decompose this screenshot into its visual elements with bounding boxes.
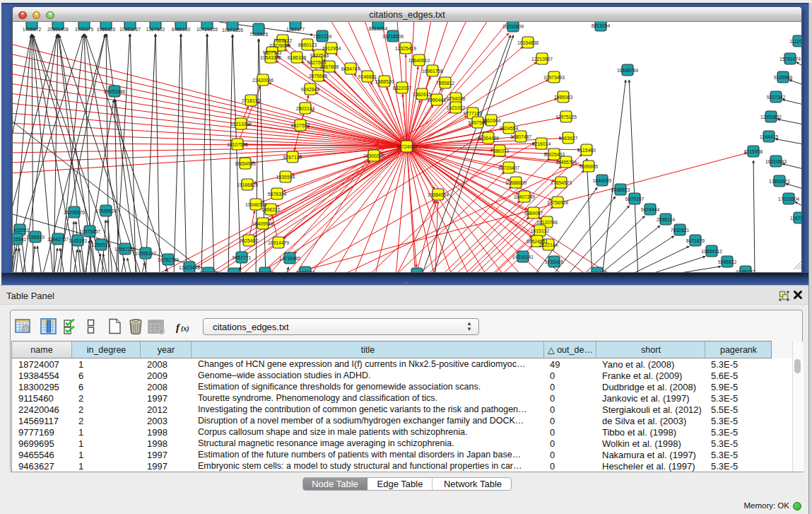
svg-text:1621022: 1621022: [447, 105, 466, 110]
svg-text:8660123: 8660123: [298, 42, 317, 47]
svg-text:20691406: 20691406: [47, 27, 69, 32]
svg-text:9384067: 9384067: [524, 211, 543, 216]
svg-text:16961758: 16961758: [422, 69, 443, 74]
svg-text:6466160: 6466160: [172, 27, 191, 32]
svg-text:10756928: 10756928: [547, 200, 568, 205]
svg-text:7625402: 7625402: [240, 238, 259, 243]
svg-text:12942757: 12942757: [47, 237, 69, 242]
svg-text:9227342: 9227342: [767, 95, 786, 100]
svg-text:16154838: 16154838: [517, 40, 539, 45]
svg-text:2522144: 2522144: [539, 243, 558, 247]
svg-text:7955812: 7955812: [436, 81, 455, 86]
svg-text:26206576: 26206576: [64, 210, 85, 215]
svg-text:29053346: 29053346: [104, 89, 125, 94]
svg-text:1112051: 1112051: [789, 39, 801, 44]
svg-text:16648784: 16648784: [617, 68, 638, 73]
svg-text:2803144: 2803144: [296, 106, 315, 111]
svg-text:13716485: 13716485: [279, 256, 300, 261]
svg-text:16782759: 16782759: [158, 257, 179, 262]
svg-text:21364436: 21364436: [478, 136, 499, 141]
svg-text:1335594: 1335594: [276, 175, 295, 180]
svg-text:17016504: 17016504: [778, 197, 799, 201]
svg-text:15720407: 15720407: [498, 165, 519, 170]
svg-text:8186328: 8186328: [288, 55, 307, 60]
svg-text:8813054: 8813054: [369, 26, 388, 31]
svg-text:19218506: 19218506: [382, 34, 404, 39]
svg-text:8990448: 8990448: [428, 98, 447, 103]
svg-text:1327602: 1327602: [146, 27, 165, 32]
svg-text:16120746: 16120746: [536, 220, 558, 225]
svg-text:23226058: 23226058: [269, 43, 290, 48]
svg-text:8215958: 8215958: [744, 149, 763, 154]
svg-text:10543362: 10543362: [260, 55, 281, 60]
svg-text:9245032: 9245032: [736, 269, 755, 273]
svg-text:1250515: 1250515: [92, 243, 111, 247]
svg-text:16409948: 16409948: [252, 221, 273, 226]
svg-text:18407249: 18407249: [514, 194, 535, 199]
svg-text:9777169: 9777169: [464, 111, 483, 116]
svg-text:18300295: 18300295: [363, 153, 384, 158]
svg-text:12325419: 12325419: [395, 46, 416, 51]
svg-text:14316141: 14316141: [512, 255, 534, 259]
svg-text:18724007: 18724007: [396, 144, 417, 149]
svg-text:10025433: 10025433: [543, 152, 565, 157]
svg-text:8427552: 8427552: [291, 123, 310, 128]
svg-text:7386372: 7386372: [490, 148, 510, 153]
svg-text:12423448: 12423448: [179, 265, 200, 270]
svg-text:9699695: 9699695: [579, 164, 599, 169]
svg-text:1244415: 1244415: [760, 134, 779, 139]
svg-text:3912954: 3912954: [322, 46, 341, 51]
svg-text:1405572: 1405572: [23, 27, 42, 32]
svg-text:1145193: 1145193: [69, 238, 87, 243]
svg-text:1733426: 1733426: [545, 259, 564, 264]
svg-text:18640910: 18640910: [408, 58, 430, 63]
svg-text:15751074: 15751074: [779, 57, 801, 62]
svg-text:3915541: 3915541: [13, 237, 26, 242]
svg-text:9146821: 9146821: [358, 74, 377, 79]
svg-text:9024502: 9024502: [225, 271, 244, 273]
svg-text:7357224: 7357224: [313, 34, 332, 39]
svg-text:8471676: 8471676: [686, 238, 705, 243]
svg-text:12093832: 12093832: [760, 115, 782, 119]
svg-text:1615132: 1615132: [531, 228, 550, 233]
svg-text:2718170: 2718170: [242, 98, 261, 103]
svg-text:9463627: 9463627: [559, 136, 578, 141]
svg-text:10973493: 10973493: [543, 75, 565, 80]
svg-text:9129966: 9129966: [774, 75, 793, 80]
svg-text:1644095: 1644095: [593, 178, 612, 183]
svg-text:6679197: 6679197: [625, 197, 645, 201]
svg-text:1093375: 1093375: [75, 27, 94, 32]
svg-text:2935114: 2935114: [657, 217, 675, 222]
svg-text:8204052: 8204052: [256, 271, 275, 273]
svg-text:10046786: 10046786: [245, 202, 266, 207]
svg-text:19384554: 19384554: [428, 192, 449, 197]
svg-text:1065326: 1065326: [97, 27, 116, 32]
svg-text:(x): (x): [181, 325, 189, 333]
svg-text:17939924: 17939924: [95, 209, 117, 214]
svg-text:9327546: 9327546: [310, 53, 329, 58]
svg-text:1042344: 1042344: [296, 270, 315, 273]
svg-text:8938923: 8938923: [611, 187, 630, 192]
svg-text:16107556: 16107556: [227, 142, 248, 147]
svg-text:1501542: 1501542: [199, 271, 218, 273]
svg-text:9827503: 9827503: [263, 50, 282, 55]
svg-text:22420046: 22420046: [252, 78, 273, 83]
svg-text:1415001: 1415001: [13, 228, 29, 233]
svg-text:1362615: 1362615: [413, 92, 432, 97]
svg-text:10807487: 10807487: [510, 134, 531, 139]
svg-text:19495794: 19495794: [555, 160, 577, 165]
svg-text:10975857: 10975857: [79, 229, 100, 234]
svg-text:12213967: 12213967: [531, 57, 553, 62]
svg-text:19654985: 19654985: [235, 161, 256, 166]
svg-text:17654923: 17654923: [551, 180, 572, 185]
svg-text:1173542: 1173542: [408, 271, 426, 273]
svg-text:16914479: 16914479: [268, 240, 289, 245]
svg-text:1167534: 1167534: [790, 216, 801, 221]
svg-text:7485063: 7485063: [554, 95, 573, 100]
svg-text:10671355: 10671355: [222, 28, 243, 33]
svg-text:1160377: 1160377: [286, 27, 305, 32]
svg-text:f: f: [176, 322, 181, 333]
svg-text:12213369: 12213369: [230, 122, 252, 127]
svg-text:9245612: 9245612: [718, 259, 737, 264]
svg-text:9474444: 9474444: [641, 207, 660, 212]
